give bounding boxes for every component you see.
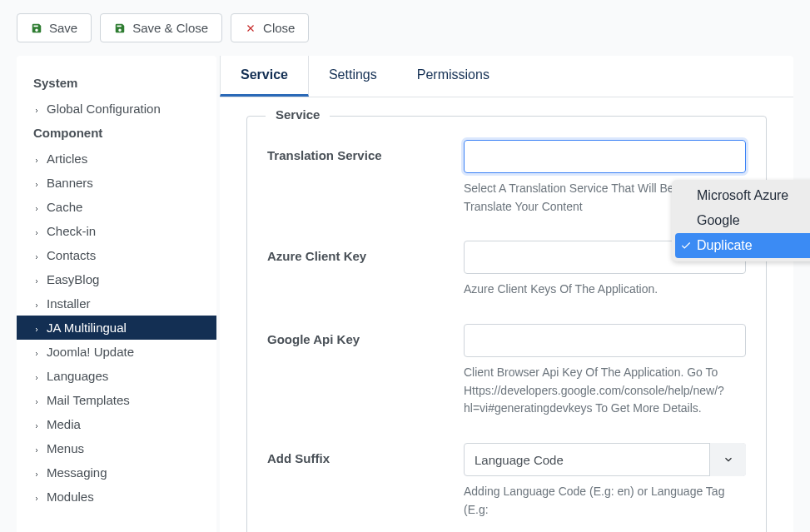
dropdown-option-label: Google <box>697 213 740 227</box>
sidebar-item-label: Languages <box>47 369 108 383</box>
sidebar-item-component[interactable]: Cache <box>17 195 216 219</box>
save-label: Save <box>49 21 77 35</box>
chevron-right-icon <box>33 325 40 331</box>
dropdown-option[interactable]: Google <box>675 208 810 233</box>
dropdown-option-label: Duplicate <box>697 238 753 252</box>
field-label: Translation Service <box>267 140 464 216</box>
field-label: Google Api Key <box>267 324 464 418</box>
field-label: Add Suffix <box>267 443 464 519</box>
sidebar-item-label: Banners <box>47 176 93 190</box>
translation-service-dropdown[interactable]: Microsoft AzureGoogleDuplicate <box>672 180 810 261</box>
toolbar: Save Save & Close Close <box>0 0 810 56</box>
save-icon <box>114 22 126 34</box>
sidebar-item-component[interactable]: JA Multilingual <box>17 316 216 340</box>
add-suffix-select-wrap <box>464 443 746 476</box>
field-row-add-suffix: Add Suffix Adding Language Code (E.g: en… <box>267 443 746 519</box>
field-control: Client Browser Api Key Of The Applicatio… <box>464 324 746 418</box>
sidebar-item-label: Global Configuration <box>47 102 161 116</box>
sidebar-item-component[interactable]: Articles <box>17 147 216 171</box>
content-panel: ServiceSettingsPermissions Service Trans… <box>220 56 793 532</box>
sidebar-item-component[interactable]: Languages <box>17 364 216 388</box>
chevron-right-icon <box>33 106 40 112</box>
save-icon <box>31 22 42 34</box>
save-button[interactable]: Save <box>17 13 92 42</box>
sidebar-item-label: Mail Templates <box>47 393 130 407</box>
save-close-label: Save & Close <box>132 21 208 35</box>
close-button[interactable]: Close <box>231 13 309 42</box>
chevron-right-icon <box>33 276 40 283</box>
sidebar-item-label: Joomla! Update <box>47 345 134 359</box>
field-label: Azure Client Key <box>267 241 464 299</box>
sidebar-system-heading: System <box>17 71 216 97</box>
sidebar-item-system[interactable]: Global Configuration <box>17 97 216 121</box>
sidebar-item-label: Articles <box>47 152 87 166</box>
tab[interactable]: Settings <box>309 56 397 97</box>
chevron-right-icon <box>33 252 40 259</box>
dropdown-option[interactable]: Microsoft Azure <box>675 183 810 208</box>
sidebar-item-label: Contacts <box>47 248 96 262</box>
sidebar-item-component[interactable]: Contacts <box>17 243 216 267</box>
translation-service-select[interactable] <box>464 140 746 173</box>
chevron-right-icon <box>33 228 40 235</box>
tab[interactable]: Permissions <box>397 56 509 97</box>
main-layout: System Global Configuration Component Ar… <box>0 56 810 532</box>
chevron-right-icon <box>33 156 40 162</box>
chevron-right-icon <box>33 349 40 355</box>
chevron-right-icon <box>33 397 40 404</box>
sidebar-item-component[interactable]: EasyBlog <box>17 267 216 291</box>
sidebar-item-label: Modules <box>47 490 94 504</box>
field-row-google-key: Google Api Key Client Browser Api Key Of… <box>267 324 746 418</box>
google-api-key-input[interactable] <box>464 324 746 357</box>
chevron-right-icon <box>33 301 40 307</box>
chevron-right-icon <box>33 180 40 186</box>
field-help: Adding Language Code (E.g: en) or Langua… <box>464 483 746 519</box>
chevron-right-icon <box>33 470 40 476</box>
add-suffix-select[interactable] <box>464 443 746 476</box>
sidebar-item-label: Cache <box>47 200 82 214</box>
sidebar-item-label: Media <box>47 417 81 431</box>
sidebar-item-component[interactable]: Menus <box>17 436 216 460</box>
field-control: Adding Language Code (E.g: en) or Langua… <box>464 443 746 519</box>
field-help: Client Browser Api Key Of The Applicatio… <box>464 364 746 418</box>
check-icon <box>680 240 692 251</box>
close-label: Close <box>263 21 295 35</box>
tab[interactable]: Service <box>220 56 309 97</box>
sidebar: System Global Configuration Component Ar… <box>17 56 216 532</box>
sidebar-item-label: Menus <box>47 441 84 455</box>
sidebar-item-component[interactable]: Joomla! Update <box>17 340 216 364</box>
chevron-right-icon <box>33 494 40 500</box>
sidebar-item-component[interactable]: Check-in <box>17 219 216 243</box>
sidebar-item-component[interactable]: Modules <box>17 485 216 509</box>
chevron-right-icon <box>33 204 40 211</box>
close-icon <box>245 22 256 34</box>
sidebar-item-label: Installer <box>47 296 91 311</box>
sidebar-item-component[interactable]: Mail Templates <box>17 388 216 412</box>
chevron-right-icon <box>33 421 40 428</box>
sidebar-item-component[interactable]: Media <box>17 412 216 436</box>
fieldset-service: Service Translation Service Select A Tra… <box>246 116 767 532</box>
chevron-right-icon <box>33 445 40 452</box>
chevron-right-icon <box>33 373 40 380</box>
save-close-button[interactable]: Save & Close <box>100 13 222 42</box>
sidebar-item-component[interactable]: Installer <box>17 291 216 316</box>
dropdown-option-label: Microsoft Azure <box>697 188 788 202</box>
sidebar-item-component[interactable]: Messaging <box>17 460 216 485</box>
dropdown-option[interactable]: Duplicate <box>675 233 810 258</box>
tab-bar: ServiceSettingsPermissions <box>220 56 793 97</box>
fieldset-legend: Service <box>266 107 330 122</box>
sidebar-item-component[interactable]: Banners <box>17 171 216 195</box>
sidebar-item-label: EasyBlog <box>47 272 99 286</box>
sidebar-item-label: Messaging <box>47 465 107 480</box>
field-help: Azure Client Keys Of The Application. <box>464 281 746 299</box>
sidebar-item-label: JA Multilingual <box>47 321 127 335</box>
sidebar-component-heading: Component <box>17 121 216 147</box>
sidebar-item-label: Check-in <box>47 224 96 238</box>
